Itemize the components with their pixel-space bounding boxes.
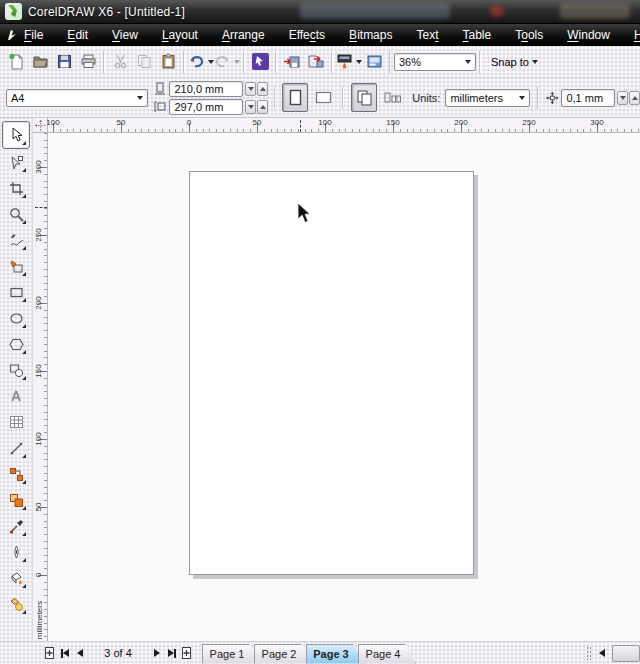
zoom-tool[interactable] bbox=[3, 201, 29, 227]
rectangle-tool[interactable] bbox=[3, 279, 29, 305]
paste-button[interactable] bbox=[156, 50, 180, 74]
undo-button[interactable] bbox=[188, 50, 214, 74]
export-icon bbox=[307, 53, 325, 70]
portrait-button[interactable] bbox=[282, 83, 308, 112]
first-page-button[interactable] bbox=[57, 645, 72, 662]
paper-type-combo[interactable]: A4 bbox=[6, 89, 148, 107]
crop-tool[interactable] bbox=[3, 175, 29, 201]
snap-to-button[interactable]: Snap to bbox=[484, 49, 545, 75]
save-icon bbox=[56, 53, 73, 70]
table-tool[interactable] bbox=[3, 409, 29, 435]
scroll-left-button[interactable] bbox=[595, 646, 609, 661]
application-launcher-button[interactable] bbox=[336, 50, 362, 74]
all-pages-button[interactable] bbox=[351, 83, 377, 112]
drawing-canvas[interactable] bbox=[48, 133, 640, 641]
menu-file[interactable]: File bbox=[12, 25, 55, 45]
menu-edit[interactable]: Edit bbox=[55, 25, 100, 45]
paper-width-field[interactable]: 210,0 mm bbox=[169, 81, 243, 97]
horizontal-scrollbar-thumb[interactable] bbox=[612, 645, 640, 662]
zoom-level-combo[interactable]: 36% bbox=[394, 53, 476, 71]
color-eyedropper-tool[interactable] bbox=[3, 513, 29, 539]
import-icon bbox=[283, 53, 301, 70]
text-tool[interactable]: A bbox=[3, 383, 29, 409]
polygon-tool[interactable] bbox=[3, 331, 29, 357]
redo-button[interactable] bbox=[214, 50, 240, 74]
paper-height-icon bbox=[154, 100, 166, 113]
menu-help[interactable]: Help bbox=[622, 25, 640, 45]
new-document-button[interactable] bbox=[4, 50, 28, 74]
h-ruler-label: 200 bbox=[454, 118, 467, 127]
paper-width-spinner[interactable] bbox=[245, 82, 268, 96]
document-page[interactable] bbox=[189, 171, 474, 575]
tab-page-1[interactable]: Page 1 bbox=[202, 644, 260, 664]
interactive-fill-tool[interactable] bbox=[3, 591, 29, 617]
menu-text[interactable]: Text bbox=[404, 25, 450, 45]
vertical-ruler[interactable]: 300 250 200 150 100 50 0 millimeters bbox=[33, 133, 48, 641]
smart-fill-tool[interactable] bbox=[3, 253, 29, 279]
outline-pen-tool[interactable] bbox=[3, 539, 29, 565]
landscape-button[interactable] bbox=[311, 84, 335, 111]
export-button[interactable] bbox=[304, 50, 328, 74]
nudge-spinner[interactable] bbox=[617, 91, 640, 105]
snap-to-arrow bbox=[532, 60, 538, 64]
fill-tool-icon bbox=[9, 571, 24, 586]
add-page-icon bbox=[180, 646, 193, 660]
search-content-button[interactable] bbox=[248, 50, 272, 74]
menu-effects[interactable]: Effects bbox=[277, 25, 337, 45]
shape-tool-icon bbox=[9, 155, 24, 170]
paper-height-spinner[interactable] bbox=[245, 100, 268, 114]
tab-page-4[interactable]: Page 4 bbox=[358, 644, 416, 664]
pick-tool[interactable] bbox=[2, 121, 30, 149]
v-ruler-label: 250 bbox=[34, 228, 43, 241]
ruler-origin-icon bbox=[35, 120, 46, 131]
v-ruler-label: 0 bbox=[34, 573, 43, 577]
add-page-button-left[interactable] bbox=[42, 645, 57, 662]
copy-button[interactable] bbox=[132, 50, 156, 74]
current-page-button[interactable] bbox=[380, 84, 404, 111]
straight-line-connector-tool[interactable] bbox=[3, 461, 29, 487]
next-page-button[interactable] bbox=[149, 645, 164, 662]
title-bar: CorelDRAW X6 - [Untitled-1] bbox=[0, 0, 640, 24]
v-ruler-label: 100 bbox=[34, 432, 43, 445]
previous-page-button[interactable] bbox=[72, 645, 87, 662]
print-button[interactable] bbox=[76, 50, 100, 74]
menu-view[interactable]: View bbox=[100, 25, 150, 45]
basic-shapes-tool[interactable] bbox=[3, 357, 29, 383]
units-combo[interactable]: millimeters bbox=[445, 89, 529, 107]
menu-table[interactable]: Table bbox=[451, 25, 504, 45]
tab-page-3[interactable]: Page 3 bbox=[306, 644, 364, 664]
basic-shapes-tool-icon bbox=[9, 363, 24, 378]
h-ruler-label: 50 bbox=[117, 118, 126, 127]
print-icon bbox=[80, 53, 97, 70]
cut-button[interactable] bbox=[108, 50, 132, 74]
menu-tools[interactable]: Tools bbox=[503, 25, 555, 45]
tab-page-2[interactable]: Page 2 bbox=[254, 644, 312, 664]
menu-layout[interactable]: Layout bbox=[150, 25, 210, 45]
import-button[interactable] bbox=[280, 50, 304, 74]
ellipse-tool[interactable] bbox=[3, 305, 29, 331]
fill-tool[interactable] bbox=[3, 565, 29, 591]
save-button[interactable] bbox=[52, 50, 76, 74]
freehand-tool[interactable] bbox=[3, 227, 29, 253]
blend-tool[interactable] bbox=[3, 487, 29, 513]
toolbar-separator bbox=[275, 51, 277, 73]
last-page-button[interactable] bbox=[164, 645, 179, 662]
rectangle-tool-icon bbox=[9, 285, 24, 300]
welcome-screen-button[interactable] bbox=[362, 50, 386, 74]
toolbox: A bbox=[0, 118, 33, 641]
app-window: CorelDRAW X6 - [Untitled-1] File Edit Vi… bbox=[0, 0, 640, 664]
shape-tool[interactable] bbox=[3, 149, 29, 175]
parallel-dimension-tool[interactable] bbox=[3, 435, 29, 461]
menu-bitmaps[interactable]: Bitmaps bbox=[337, 25, 404, 45]
add-page-button-right[interactable] bbox=[179, 645, 194, 662]
paper-height-field[interactable]: 297,0 mm bbox=[169, 99, 243, 115]
horizontal-ruler[interactable]: 100 50 0 50 100 150 200 250 300 bbox=[48, 118, 640, 133]
redo-dropdown-arrow[interactable] bbox=[234, 60, 240, 64]
nudge-offset-field[interactable]: 0,1 mm bbox=[561, 89, 615, 107]
open-button[interactable] bbox=[28, 50, 52, 74]
units-value: millimeters bbox=[450, 92, 503, 104]
navigator-splitter-handle[interactable] bbox=[586, 646, 592, 660]
menu-arrange[interactable]: Arrange bbox=[210, 25, 277, 45]
parallel-dimension-tool-icon bbox=[9, 441, 24, 456]
menu-window[interactable]: Window bbox=[555, 25, 622, 45]
